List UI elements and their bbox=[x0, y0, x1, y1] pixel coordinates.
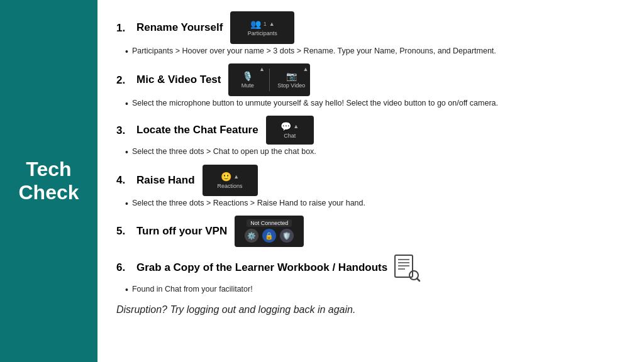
step-2: 2. Mic & Video Test ▲ 🎙️ Mute ▲ bbox=[116, 63, 619, 109]
step-6-number: 6. bbox=[116, 261, 136, 274]
step-5: 5. Turn off your VPN Not Connected ⚙️ 🔒 … bbox=[116, 216, 619, 247]
step-2-number: 2. bbox=[116, 74, 136, 87]
step-2-image: ▲ 🎙️ Mute ▲ 📷 Stop Video bbox=[228, 63, 310, 96]
sidebar: Tech Check bbox=[0, 0, 97, 362]
stop-video-label: Stop Video bbox=[277, 82, 305, 89]
reactions-label: Reactions bbox=[218, 183, 243, 189]
step-5-image: Not Connected ⚙️ 🔒 🛡️ bbox=[235, 216, 304, 247]
main-content: 1. Rename Yourself 👥 1 ▲ Participants bbox=[97, 0, 644, 362]
step-6: 6. Grab a Copy of the Learner Workbook /… bbox=[116, 253, 619, 295]
participants-label: Participants bbox=[248, 30, 277, 36]
step-6-heading: Grab a Copy of the Learner Workbook / Ha… bbox=[136, 261, 387, 275]
step-4-heading: Raise Hand bbox=[136, 173, 195, 187]
svg-line-6 bbox=[417, 278, 419, 281]
step-4-number: 4. bbox=[116, 173, 136, 187]
step-4-image: 🙂 ▲ Reactions bbox=[203, 165, 258, 196]
step-3-heading: Locate the Chat Feature bbox=[136, 123, 258, 137]
step-1-heading: Rename Yourself bbox=[136, 21, 223, 35]
step-3: 3. Locate the Chat Feature 💬 ▲ Chat S bbox=[116, 116, 619, 158]
step-2-heading: Mic & Video Test bbox=[136, 73, 221, 87]
step-4: 4. Raise Hand 🙂 ▲ Reactions Select th bbox=[116, 165, 619, 209]
step-4-bullet: Select the three dots > Reactions > Rais… bbox=[116, 198, 619, 209]
step-6-image bbox=[392, 253, 421, 282]
chat-label: Chat bbox=[284, 133, 296, 139]
step-3-number: 3. bbox=[116, 124, 136, 137]
step-3-bullet: Select the three dots > Chat to open up … bbox=[116, 146, 619, 158]
step-5-heading: Turn off your VPN bbox=[136, 224, 227, 238]
step-1-number: 1. bbox=[116, 21, 136, 35]
step-3-image: 💬 ▲ Chat bbox=[266, 116, 314, 145]
step-5-number: 5. bbox=[116, 224, 136, 238]
not-connected-label: Not Connected bbox=[247, 219, 292, 227]
mute-label: Mute bbox=[242, 82, 254, 89]
step-6-bullet: Found in Chat from your facilitator! bbox=[116, 284, 619, 295]
step-2-bullet: Select the microphone button to unmute y… bbox=[116, 98, 619, 109]
step-1-bullet: Participants > Hoover over your name > 3… bbox=[116, 46, 619, 57]
step-1-image: 👥 1 ▲ Participants bbox=[230, 11, 294, 44]
sidebar-title: Tech Check bbox=[18, 158, 79, 204]
disruption-text: Disruption? Try logging out and logging … bbox=[116, 304, 619, 315]
step-1: 1. Rename Yourself 👥 1 ▲ Participants bbox=[116, 11, 619, 57]
